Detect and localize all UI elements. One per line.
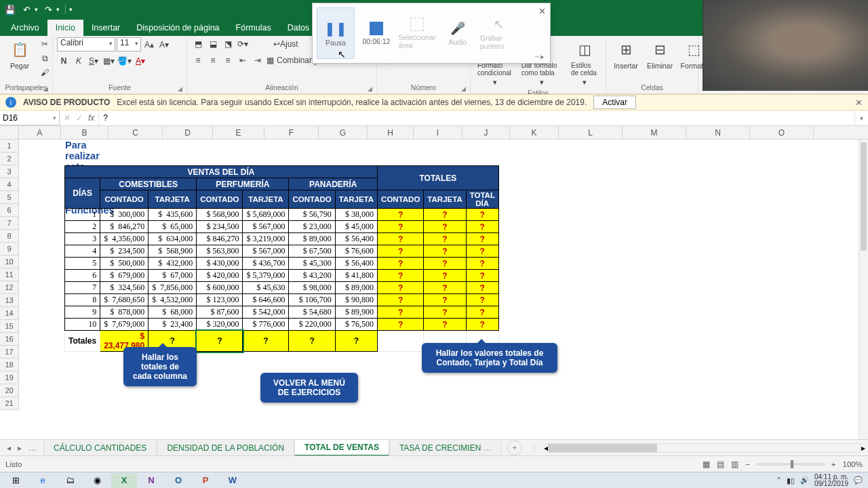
taskbar-powerpoint-icon[interactable]: P: [193, 473, 218, 488]
save-icon[interactable]: 💾: [4, 3, 16, 16]
sheet-nav-first[interactable]: ◂: [4, 442, 14, 454]
row-header[interactable]: 11: [0, 268, 19, 281]
view-normal-icon[interactable]: ▦: [703, 460, 710, 469]
font-size-select[interactable]: 11: [117, 37, 141, 52]
row-header[interactable]: 5: [0, 191, 19, 204]
align-bottom-icon[interactable]: ⬔: [221, 37, 235, 51]
taskbar-chrome-icon[interactable]: ◉: [84, 473, 110, 488]
borders-button[interactable]: ▦▾: [102, 54, 115, 68]
tab-inicio[interactable]: Inicio: [47, 20, 83, 36]
name-box[interactable]: D16: [0, 110, 60, 125]
taskbar-word-icon[interactable]: W: [220, 473, 245, 488]
row-header[interactable]: 18: [0, 359, 19, 371]
zoom-slider[interactable]: [757, 463, 825, 466]
taskbar-onenote-icon[interactable]: N: [138, 473, 164, 488]
increase-indent-icon[interactable]: ⇥: [251, 54, 264, 67]
row-header[interactable]: 6: [0, 204, 19, 217]
taskbar-excel-icon[interactable]: X: [111, 473, 137, 488]
recorder-stop-button[interactable]: 00:06:12: [357, 7, 395, 59]
underline-button[interactable]: S▾: [87, 54, 100, 68]
delete-cells-button[interactable]: ⊟Eliminar: [644, 37, 675, 71]
fx-cancel-icon[interactable]: ✕: [64, 113, 71, 123]
increase-font-icon[interactable]: A▴: [142, 38, 156, 52]
zoom-in-icon[interactable]: +: [831, 460, 836, 468]
row-header[interactable]: 2: [0, 152, 19, 165]
recorder-options-icon[interactable]: →▸: [533, 52, 545, 61]
cut-icon[interactable]: ✂: [38, 37, 52, 51]
activate-button[interactable]: Activar: [593, 96, 636, 109]
italic-button[interactable]: K: [72, 54, 85, 68]
row-header[interactable]: 8: [0, 230, 19, 243]
cell-styles-button[interactable]: ◫Estilos de celda▾: [568, 37, 601, 87]
row-header[interactable]: 16: [0, 333, 19, 346]
align-right-icon[interactable]: ≡: [221, 54, 235, 67]
tab-disposicion[interactable]: Disposición de página: [128, 20, 227, 36]
row-header[interactable]: 17: [0, 346, 19, 359]
taskbar-explorer-icon[interactable]: 🗂: [57, 473, 83, 488]
align-left-icon[interactable]: ≡: [191, 54, 205, 67]
spreadsheet-grid[interactable]: AB CD EF GH IJ KL MN O 12345678910111213…: [0, 126, 868, 439]
row-header[interactable]: 10: [0, 256, 19, 268]
view-layout-icon[interactable]: ▤: [717, 460, 724, 469]
taskbar-outlook-icon[interactable]: O: [165, 473, 191, 488]
select-all-corner[interactable]: [0, 126, 19, 139]
font-color-button[interactable]: A▾: [134, 54, 147, 68]
view-pagebreak-icon[interactable]: ▥: [731, 460, 738, 469]
align-center-icon[interactable]: ≡: [206, 54, 220, 67]
zoom-out-icon[interactable]: −: [745, 460, 750, 468]
vertical-scrollbar[interactable]: [859, 140, 868, 439]
recorder-pause-button[interactable]: ❚❚Pausa: [317, 7, 355, 59]
copy-icon[interactable]: ⧉: [38, 52, 52, 65]
format-painter-icon[interactable]: 🖌: [38, 66, 52, 79]
align-top-icon[interactable]: ⬒: [191, 37, 205, 51]
sheet-tab-densidad[interactable]: DENSIDAD DE LA POBLACIÓN: [157, 441, 294, 455]
recorder-audio-button[interactable]: 🎤Audio: [439, 7, 477, 59]
warning-close-icon[interactable]: ✕: [855, 98, 863, 108]
recorder-close-icon[interactable]: ✕: [538, 6, 546, 16]
recorder-pointer-button[interactable]: ↖Grabar puntero: [479, 7, 517, 59]
screen-recorder-toolbar[interactable]: ❚❚Pausa 00:06:12 Seleccionar área 🎤Audio…: [312, 3, 551, 64]
tray-volume-icon[interactable]: 🔊: [800, 476, 809, 485]
row-header[interactable]: 9: [0, 243, 19, 256]
row-header[interactable]: 20: [0, 384, 19, 397]
tray-chevron-icon[interactable]: ˄: [777, 476, 781, 485]
row-header[interactable]: 19: [0, 371, 19, 384]
bold-button[interactable]: N: [57, 54, 71, 68]
recorder-select-area-button[interactable]: Seleccionar área: [398, 7, 436, 59]
fx-insert-icon[interactable]: fx: [88, 113, 94, 123]
row-header[interactable]: 13: [0, 294, 19, 307]
formula-expand-icon[interactable]: ▾: [854, 110, 868, 125]
redo-icon[interactable]: ↷: [42, 3, 54, 16]
tray-network-icon[interactable]: ▮▯: [787, 476, 795, 485]
tab-formulas[interactable]: Fórmulas: [228, 20, 279, 36]
formula-input[interactable]: ?: [99, 110, 854, 125]
decrease-font-icon[interactable]: A▾: [157, 38, 171, 52]
font-name-select[interactable]: Calibri: [57, 37, 115, 52]
wrap-text-button[interactable]: ↩ Ajust: [273, 37, 299, 51]
paste-button[interactable]: 📋Pegar: [4, 37, 35, 71]
row-header[interactable]: 21: [0, 397, 19, 410]
add-sheet-button[interactable]: +: [507, 441, 522, 455]
sheet-nav-more[interactable]: …: [26, 442, 39, 454]
tab-insertar[interactable]: Insertar: [83, 20, 128, 36]
sheet-tab-total-ventas[interactable]: TOTAL DE VENTAS: [294, 440, 389, 456]
undo-icon[interactable]: ↶: [20, 3, 33, 16]
sheet-tab-calculo[interactable]: CÁLCULO CANTIDADES: [43, 441, 157, 455]
sheet-nav-next[interactable]: ▸: [15, 442, 24, 454]
zoom-level[interactable]: 100%: [843, 460, 863, 468]
horizontal-scrollbar[interactable]: ◂▸: [541, 443, 868, 453]
row-header[interactable]: 14: [0, 307, 19, 320]
taskbar-ie-icon[interactable]: e: [30, 473, 56, 488]
row-header[interactable]: 4: [0, 178, 19, 191]
system-tray[interactable]: ˄ ▮▯ 🔊 04:11 p. m.09/12/2019 💬: [777, 474, 865, 487]
fill-color-button[interactable]: 🪣▾: [117, 54, 132, 68]
insert-cells-button[interactable]: ⊞Insertar: [610, 37, 642, 71]
decrease-indent-icon[interactable]: ⇤: [236, 54, 250, 67]
sheet-tab-tasa[interactable]: TASA DE CRECIMIEN: [389, 441, 502, 455]
callout-menu-button[interactable]: VOLVER AL MENÚ DE EJERCICIOS: [260, 373, 358, 403]
tab-archivo[interactable]: Archivo: [3, 20, 47, 36]
column-headers[interactable]: AB CD EF GH IJ KL MN O: [0, 126, 868, 140]
fx-accept-icon[interactable]: ✓: [76, 113, 83, 123]
tray-notifications-icon[interactable]: 💬: [854, 476, 863, 485]
row-header[interactable]: 1: [0, 140, 19, 152]
